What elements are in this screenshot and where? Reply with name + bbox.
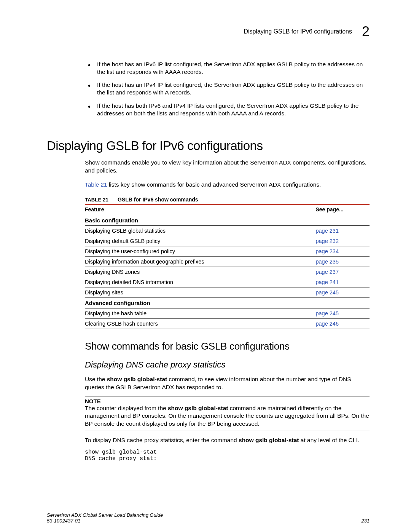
page-cell: page 245 [315, 287, 370, 297]
chapter-number: 2 [362, 24, 370, 40]
page-link[interactable]: page 237 [315, 269, 338, 275]
feature-cell: Displaying DNS zones [85, 267, 315, 277]
table-row: Displaying the user-configured policypag… [85, 246, 370, 256]
cmd-text: show gslb global-stat [168, 405, 228, 411]
feature-cell: Displaying detailed DNS information [85, 277, 315, 287]
table-row: Displaying information about geographic … [85, 256, 370, 267]
table-number: TABLE 21 [85, 197, 108, 203]
bullet-item: If the host has both IPv6 and IPv4 IP li… [88, 102, 370, 117]
feature-cell: Advanced configuration [85, 297, 315, 308]
table-ref-link[interactable]: Table 21 [85, 181, 107, 188]
bullet-item: If the host has an IPv6 IP list configur… [88, 61, 370, 76]
page-cell: page 232 [315, 236, 370, 246]
note-block: NOTE The counter displayed from the show… [85, 396, 370, 430]
table-row: Displaying the hash tablepage 245 [85, 308, 370, 318]
page-link[interactable]: page 245 [315, 310, 338, 316]
feature-cell: Displaying sites [85, 287, 315, 297]
page-link[interactable]: page 235 [315, 259, 338, 265]
table-reference-paragraph: Table 21 lists key show commands for bas… [85, 181, 370, 189]
page-link[interactable]: page 246 [315, 321, 338, 327]
page-h1: Displaying GSLB for IPv6 configurations [47, 139, 370, 153]
page-cell: page 231 [315, 225, 370, 236]
bullet-list: If the host has an IPv6 IP list configur… [88, 61, 370, 117]
running-section-title: Displaying GSLB for IPv6 configurations [244, 28, 352, 35]
feature-cell: Clearing GSLB hash counters [85, 318, 315, 329]
intro-paragraph: Show commands enable you to view key inf… [85, 159, 370, 175]
feature-cell: Displaying default GSLB policy [85, 236, 315, 246]
table-row: Displaying default GSLB policypage 232 [85, 236, 370, 246]
page-cell [315, 297, 370, 308]
table-caption: TABLE 21GSLB for IPv6 show commands [85, 197, 370, 205]
page-link[interactable]: page 231 [315, 228, 338, 234]
code-block: show gslb global-stat DNS cache proxy st… [85, 449, 370, 462]
table-ref-text: lists key show commands for basic and ad… [107, 181, 321, 188]
footer-guide-title: ServerIron ADX Global Server Load Balanc… [47, 512, 163, 518]
page-link[interactable]: page 245 [315, 289, 338, 296]
paragraph-display-stats: To display DNS cache proxy statistics, e… [85, 436, 370, 444]
page-footer: ServerIron ADX Global Server Load Balanc… [47, 512, 370, 524]
table-section-row: Basic configuration [85, 215, 370, 225]
page-cell [315, 215, 370, 225]
note-body: The counter displayed from the show gslb… [85, 404, 370, 430]
table-row: Displaying DNS zonespage 237 [85, 267, 370, 277]
running-header: Displaying GSLB for IPv6 configurations … [47, 24, 370, 42]
page-cell: page 237 [315, 267, 370, 277]
section-h3: Displaying DNS cache proxy statistics [85, 360, 370, 370]
col-feature: Feature [85, 205, 315, 215]
feature-cell: Displaying the user-configured policy [85, 246, 315, 256]
page-link[interactable]: page 234 [315, 248, 338, 254]
table-row: Displaying detailed DNS informationpage … [85, 277, 370, 287]
table-section-row: Advanced configuration [85, 297, 370, 308]
paragraph-use-command: Use the show gslb global-stat command, t… [85, 375, 370, 391]
section-h2: Show commands for basic GSLB configurati… [85, 340, 370, 352]
page-cell: page 234 [315, 246, 370, 256]
page-link[interactable]: page 232 [315, 238, 338, 244]
table-row: Clearing GSLB hash counterspage 246 [85, 318, 370, 329]
page-cell: page 235 [315, 256, 370, 267]
cmd-text: show gslb global-stat [239, 437, 299, 443]
col-see-page: See page... [315, 205, 370, 215]
note-label: NOTE [85, 398, 370, 404]
gslb-commands-table: Feature See page... Basic configurationD… [85, 205, 370, 329]
table-row: Displaying sitespage 245 [85, 287, 370, 297]
bullet-item: If the host has an IPv4 IP list configur… [88, 81, 370, 96]
table-row: Displaying GSLB global statisticspage 23… [85, 225, 370, 236]
feature-cell: Displaying information about geographic … [85, 256, 315, 267]
feature-cell: Displaying GSLB global statistics [85, 225, 315, 236]
page-cell: page 246 [315, 318, 370, 329]
table-title: GSLB for IPv6 show commands [118, 197, 198, 203]
footer-doc-number: 53-1002437-01 [47, 518, 163, 524]
page-cell: page 245 [315, 308, 370, 318]
page-link[interactable]: page 241 [315, 279, 338, 285]
page-cell: page 241 [315, 277, 370, 287]
feature-cell: Basic configuration [85, 215, 315, 225]
cmd-text: show gslb global-stat [107, 376, 167, 382]
footer-page-number: 231 [361, 518, 370, 524]
feature-cell: Displaying the hash table [85, 308, 315, 318]
